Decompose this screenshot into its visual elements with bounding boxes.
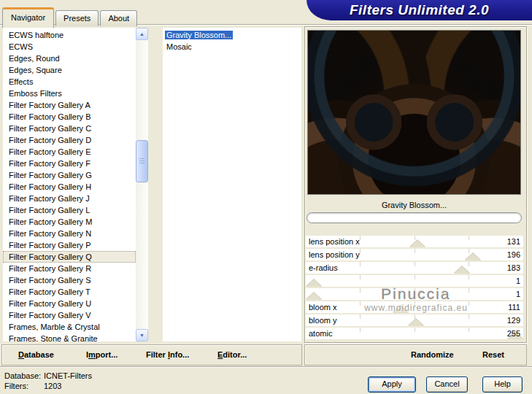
slider-handle[interactable] — [408, 319, 424, 326]
category-list-item[interactable]: Filter Factory Gallery S — [3, 274, 136, 286]
category-list-item[interactable]: Filter Factory Gallery D — [3, 134, 136, 146]
category-label: Filter Factory Gallery H — [9, 182, 91, 191]
filter-list-item[interactable]: Gravity Blossom... — [163, 29, 301, 41]
slider-handle[interactable] — [454, 266, 470, 274]
slider-handle[interactable] — [465, 253, 481, 260]
menu-label-post: nfo... — [170, 350, 189, 359]
filter-label: Gravity Blossom... — [165, 31, 233, 39]
filter-list-item[interactable]: Mosaic — [163, 41, 301, 53]
window-title: Filters Unlimited 2.0 — [350, 2, 489, 18]
menu-label-post: ditor... — [223, 350, 247, 359]
slider-value: 255 — [507, 328, 520, 339]
menu-item[interactable]: Filter Info... — [146, 350, 189, 359]
category-label: Filter Factory Gallery A — [9, 101, 90, 109]
category-label: Filter Factory Gallery T — [9, 287, 90, 296]
parameter-slider[interactable]: lens position x 131 — [306, 236, 523, 247]
category-label: Filter Factory Gallery G — [9, 171, 92, 179]
category-list-item[interactable]: Filter Factory Gallery L — [3, 204, 136, 216]
scrollbar-thumb[interactable] — [136, 140, 148, 182]
category-label: Filter Factory Gallery V — [9, 311, 90, 320]
category-label: Filter Factory Gallery N — [9, 229, 91, 238]
category-list-item[interactable]: Frames, Marble & Crystal — [3, 321, 136, 333]
parameter-slider[interactable]: lens position y 196 — [306, 249, 523, 260]
slider-value: 129 — [507, 314, 520, 326]
menu-label-post: atabase — [24, 350, 54, 359]
filter-list[interactable]: Gravity Blossom... Mosaic — [163, 28, 301, 341]
category-list-item[interactable]: Filter Factory Gallery R — [3, 263, 136, 274]
slider-label: atomic — [309, 328, 332, 339]
category-list-item[interactable]: Filter Factory Gallery F — [3, 158, 136, 169]
category-label: Emboss Filters — [9, 89, 62, 98]
category-list-item[interactable]: Filter Factory Gallery T — [3, 286, 136, 298]
menu-item[interactable]: Reset — [482, 350, 504, 359]
category-list-item[interactable]: Effects — [3, 76, 136, 88]
category-list-item[interactable]: Filter Factory Gallery N — [3, 228, 136, 239]
apply-button[interactable]: Apply — [368, 376, 416, 393]
category-list-item[interactable]: Edges, Square — [3, 64, 136, 76]
category-list-item[interactable]: Filter Factory Gallery U — [3, 298, 136, 309]
scroll-up-icon[interactable]: ▲ — [136, 28, 148, 40]
slider-handle[interactable] — [409, 240, 425, 247]
category-label: Frames, Marble & Crystal — [9, 322, 100, 331]
category-label: Filter Factory Gallery D — [9, 136, 91, 144]
menu-item[interactable]: Randomize — [411, 350, 454, 359]
category-label: Filter Factory Gallery E — [9, 147, 90, 156]
category-label: Filter Factory Gallery S — [9, 276, 90, 285]
tab-bar: Navigator Presets About — [2, 6, 139, 26]
category-list-item[interactable]: Filter Factory Gallery V — [3, 309, 136, 321]
parameter-slider[interactable]: e-radius 183 — [306, 262, 523, 274]
category-list-item[interactable]: Filter Factory Gallery B — [3, 111, 136, 123]
filter-label: Mosaic — [165, 42, 193, 51]
category-list-item[interactable]: Filter Factory Gallery P — [3, 239, 136, 251]
category-list-item[interactable]: ECWS halftone — [3, 29, 136, 41]
filters-unlimited-window: Filters Unlimited 2.0 Navigator Presets … — [0, 0, 532, 394]
category-list-item[interactable]: Filter Factory Gallery E — [3, 146, 136, 158]
progress-bar — [307, 212, 522, 223]
preview-fractal-arcs — [308, 31, 520, 194]
cancel-button[interactable]: Cancel — [426, 376, 468, 393]
category-label: Edges, Round — [9, 54, 60, 63]
category-list-item[interactable]: Filter Factory Gallery Q — [3, 251, 136, 263]
category-list-item[interactable]: Filter Factory Gallery J — [3, 193, 136, 204]
category-list-item[interactable]: Frames, Stone & Granite — [3, 333, 136, 341]
tab[interactable]: About — [100, 10, 137, 26]
slider-label: lens position x — [309, 236, 360, 247]
category-list-item[interactable]: Edges, Round — [3, 53, 136, 64]
title-banner: Filters Unlimited 2.0 — [307, 0, 532, 20]
category-list-item[interactable]: Filter Factory Gallery G — [3, 169, 136, 181]
category-label: Filter Factory Gallery C — [9, 124, 91, 133]
menu-label-post: port... — [96, 350, 118, 359]
category-scrollbar[interactable]: ▲ ▼ — [136, 28, 148, 341]
category-list-item[interactable]: Filter Factory Gallery H — [3, 181, 136, 193]
menu-item[interactable]: Editor... — [217, 350, 247, 359]
category-label: Filter Factory Gallery R — [9, 264, 91, 273]
category-label: Filter Factory Gallery P — [9, 241, 90, 250]
category-list-item[interactable]: Emboss Filters — [3, 88, 136, 99]
tab[interactable]: Navigator — [2, 7, 54, 28]
menu-strip-right: Randomize Reset — [304, 344, 527, 366]
category-label: ECWS — [9, 42, 33, 51]
category-list-item[interactable]: ECWS — [3, 41, 136, 53]
scroll-down-icon[interactable]: ▼ — [136, 329, 148, 341]
menu-label-accesskey: D — [18, 350, 24, 359]
help-button[interactable]: Help — [482, 376, 523, 393]
category-list[interactable]: ECWS halftone ECWS Edges, Round Edges, S… — [3, 28, 136, 341]
parameter-slider[interactable]: atomic 255 — [306, 328, 523, 339]
status-bar: Database: ICNET-Filters Filters: 1203 Ap… — [0, 366, 532, 394]
tab[interactable]: Presets — [55, 10, 99, 26]
filters-count-label: Filters: — [4, 382, 28, 390]
category-list-item[interactable]: Filter Factory Gallery C — [3, 123, 136, 134]
category-list-item[interactable]: Filter Factory Gallery A — [3, 99, 136, 111]
category-label: Filter Factory Gallery B — [9, 112, 90, 121]
category-label: Effects — [9, 77, 33, 86]
menu-item[interactable]: Database — [18, 350, 54, 359]
tab-label: Navigator — [11, 13, 45, 22]
category-label: Filter Factory Gallery M — [9, 217, 92, 226]
parameter-slider[interactable]: bloom y 129 — [306, 314, 523, 326]
category-label: Filter Factory Gallery L — [9, 206, 90, 215]
menu-label-pre: Reset — [482, 350, 504, 359]
slider-value: 183 — [507, 262, 520, 274]
menu-item[interactable]: Import... — [86, 350, 117, 359]
slider-label: e-radius — [309, 262, 338, 274]
category-list-item[interactable]: Filter Factory Gallery M — [3, 216, 136, 228]
